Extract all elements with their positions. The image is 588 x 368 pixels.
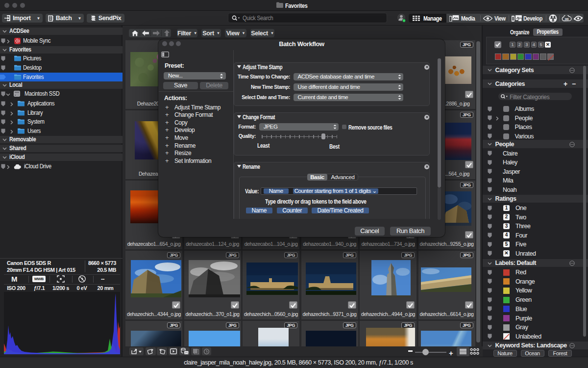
svg-text:365: 365 [565,18,569,21]
